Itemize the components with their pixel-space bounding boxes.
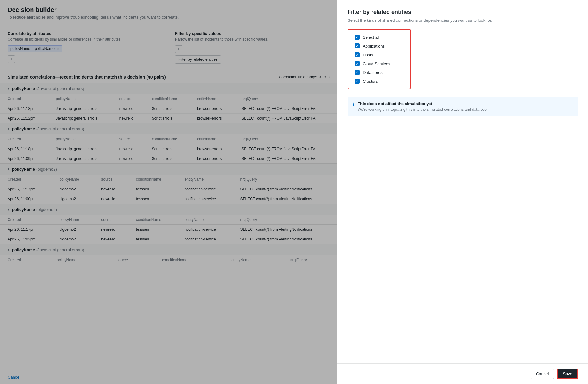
info-notice: ℹ This does not affect the simulation ye…: [348, 97, 578, 116]
side-panel-footer: Cancel Save: [337, 363, 588, 384]
checkbox-indicator: ✓: [355, 35, 360, 40]
side-panel-body: Filter by related entities Select the ki…: [337, 0, 588, 363]
info-text: This does not affect the simulation yet …: [358, 101, 490, 112]
check-icon: ✓: [356, 71, 359, 74]
panel-title: Filter by related entities: [348, 9, 578, 15]
checkbox-label: Hosts: [363, 53, 373, 57]
checkbox-indicator: ✓: [355, 43, 360, 48]
checkbox-select_all[interactable]: ✓ Select all: [355, 35, 404, 40]
notice-title: This does not affect the simulation yet: [358, 101, 490, 106]
checkbox-applications[interactable]: ✓ Applications: [355, 43, 404, 48]
checkbox-label: Clusters: [363, 79, 378, 84]
side-panel: Filter by related entities Select the ki…: [337, 0, 588, 384]
overlay[interactable]: [0, 0, 337, 384]
checkbox-label: Select all: [363, 35, 379, 40]
check-icon: ✓: [356, 44, 359, 48]
panel-save-button[interactable]: Save: [557, 369, 578, 379]
notice-desc: We're working on integrating this into t…: [358, 107, 490, 112]
info-icon: ℹ: [353, 102, 355, 108]
checkbox-label: Applications: [363, 44, 385, 48]
checkbox-indicator: ✓: [355, 79, 360, 84]
checkbox-hosts[interactable]: ✓ Hosts: [355, 52, 404, 57]
check-icon: ✓: [356, 53, 359, 57]
check-icon: ✓: [356, 62, 359, 65]
checkbox-datastores[interactable]: ✓ Datastores: [355, 70, 404, 75]
checkbox-box: ✓ Select all ✓ Applications ✓ Hosts ✓ Cl…: [348, 29, 411, 89]
check-icon: ✓: [356, 36, 359, 39]
panel-desc: Select the kinds of shared connections o…: [348, 18, 578, 23]
checkbox-indicator: ✓: [355, 52, 360, 57]
checkbox-indicator: ✓: [355, 61, 360, 66]
checkbox-label: Datastores: [363, 70, 383, 75]
panel-cancel-button[interactable]: Cancel: [531, 369, 554, 379]
checkbox-cloud_services[interactable]: ✓ Cloud Services: [355, 61, 404, 66]
checkbox-indicator: ✓: [355, 70, 360, 75]
check-icon: ✓: [356, 80, 359, 83]
checkbox-label: Cloud Services: [363, 61, 390, 66]
checkbox-clusters[interactable]: ✓ Clusters: [355, 79, 404, 84]
